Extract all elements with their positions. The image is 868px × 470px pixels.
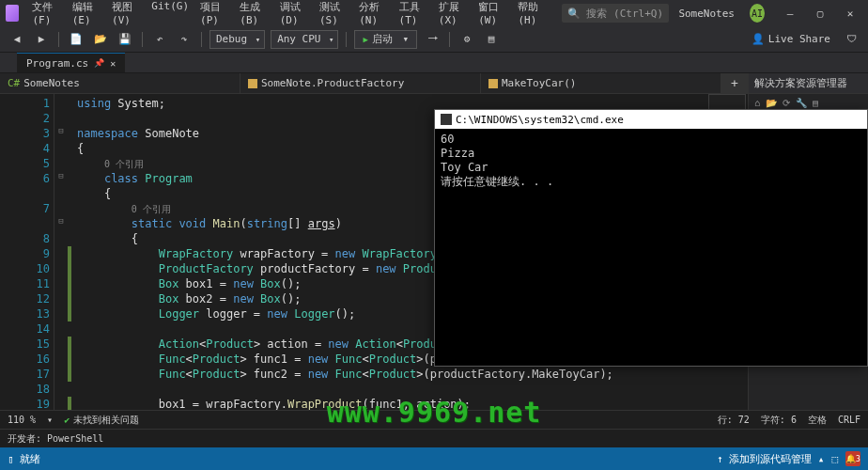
play-icon: ▶ — [363, 35, 367, 44]
nav-member[interactable]: MakeToyCar() — [481, 73, 721, 93]
char-indicator: 字符: 6 — [761, 414, 797, 427]
menu-扩展(X)[interactable]: 扩展(X) — [433, 0, 473, 30]
platform-combo[interactable]: Any CPU — [271, 30, 338, 49]
menu-帮助(H)[interactable]: 帮助(H) — [512, 0, 551, 30]
publish-button[interactable]: ⬚ — [831, 453, 838, 465]
save-all-button[interactable]: 💾 — [116, 30, 134, 49]
search-icon: 🔍 — [567, 8, 581, 20]
issues-indicator[interactable]: ✔未找到相关问题 — [64, 414, 139, 427]
menu-分析(N)[interactable]: 分析(N) — [353, 0, 393, 30]
new-button[interactable]: 📄 — [67, 30, 85, 49]
developer-powershell-bar[interactable]: 开发者: PowerShell — [0, 429, 868, 447]
menu-视图(V)[interactable]: 视图(V) — [106, 0, 146, 30]
tab-strip: Program.cs 📌 ✕ — [0, 53, 868, 73]
nav-bar: C#SomeNotes SomeNote.ProductFactory Make… — [0, 73, 748, 94]
cmd-window[interactable]: C:\WINDOWS\system32\cmd.exe 60 Pizza Toy… — [434, 109, 868, 367]
step-button[interactable]: ⭢ — [423, 30, 442, 49]
menu-Git(G)[interactable]: Git(G) — [146, 0, 194, 30]
cmd-output: 60 Pizza Toy Car 请按任意键继续. . . — [435, 129, 867, 193]
forward-button[interactable]: ▶ — [32, 30, 51, 49]
open-button[interactable]: 📂 — [91, 30, 110, 49]
crlf-indicator[interactable]: CRLF — [838, 415, 860, 425]
ready-indicator: ▯ 就绪 — [8, 452, 40, 466]
solution-name[interactable]: SomeNotes — [671, 4, 742, 24]
tool-btn-1[interactable]: ⚙ — [457, 30, 476, 49]
undo-button[interactable]: ↶ — [150, 30, 169, 49]
menu-文件(F)[interactable]: 文件(F) — [26, 0, 66, 30]
method-icon — [488, 79, 498, 88]
back-button[interactable]: ◀ — [8, 30, 26, 49]
source-control[interactable]: ↑ 添加到源代码管理 ▴ — [717, 452, 825, 466]
nav-type[interactable]: SomeNote.ProductFactory — [240, 73, 481, 93]
spaces-indicator[interactable]: 空格 — [808, 414, 827, 427]
minimize-button[interactable]: — — [776, 4, 804, 23]
menu-调试(D)[interactable]: 调试(D) — [274, 0, 314, 30]
panel-title: 解决方案资源管理器 — [749, 73, 868, 94]
menu-窗口(W)[interactable]: 窗口(W) — [473, 0, 512, 30]
menu-项目(P)[interactable]: 项目(P) — [194, 0, 234, 30]
vs-logo-icon — [6, 5, 19, 22]
csharp-icon: C# — [8, 77, 20, 89]
config-combo[interactable]: Debug — [209, 30, 265, 49]
search-input[interactable]: 🔍 搜索 (Ctrl+Q) — [562, 4, 670, 23]
close-button[interactable]: ✕ — [836, 4, 864, 23]
menu-工具(T)[interactable]: 工具(T) — [394, 0, 433, 30]
admin-icon: 🛡 — [842, 30, 860, 49]
menu-bar: 文件(F)编辑(E)视图(V)Git(G)项目(P)生成(B)调试(D)测试(S… — [0, 0, 868, 26]
nav-project[interactable]: C#SomeNotes — [0, 73, 240, 93]
notifications-button[interactable]: 🔔3 — [845, 451, 860, 466]
cmd-icon — [441, 114, 452, 125]
cmd-title-bar[interactable]: C:\WINDOWS\system32\cmd.exe — [435, 110, 867, 129]
class-icon — [248, 79, 257, 88]
line-indicator: 行: 72 — [718, 414, 750, 427]
menu-测试(S)[interactable]: 测试(S) — [314, 0, 353, 30]
live-share-button[interactable]: 👤Live Share — [752, 33, 830, 45]
start-button[interactable]: ▶启动 ▾ — [354, 30, 417, 49]
menu-生成(B)[interactable]: 生成(B) — [234, 0, 273, 30]
redo-button[interactable]: ↷ — [175, 30, 194, 49]
maximize-button[interactable]: ▢ — [806, 4, 834, 23]
tab-close-button[interactable]: ✕ — [110, 58, 116, 69]
tab-program-cs[interactable]: Program.cs 📌 ✕ — [17, 53, 125, 72]
zoom-level[interactable]: 110 % — [8, 415, 36, 425]
status-bar: ▯ 就绪 ↑ 添加到源代码管理 ▴ ⬚ 🔔3 — [0, 447, 868, 470]
check-icon: ✔ — [64, 415, 70, 425]
tool-btn-2[interactable]: ▤ — [482, 30, 501, 49]
user-avatar[interactable]: AI — [750, 4, 765, 23]
toolbar: ◀ ▶ 📄 📂 💾 ↶ ↷ Debug Any CPU ▶启动 ▾ ⭢ ⚙ ▤ … — [0, 26, 868, 53]
pin-icon[interactable]: 📌 — [94, 58, 104, 68]
live-share-icon: 👤 — [752, 33, 765, 45]
menu-编辑(E)[interactable]: 编辑(E) — [67, 0, 106, 30]
watermark-text: www.9969.net — [327, 396, 542, 429]
add-tab-button[interactable]: + — [721, 73, 748, 93]
